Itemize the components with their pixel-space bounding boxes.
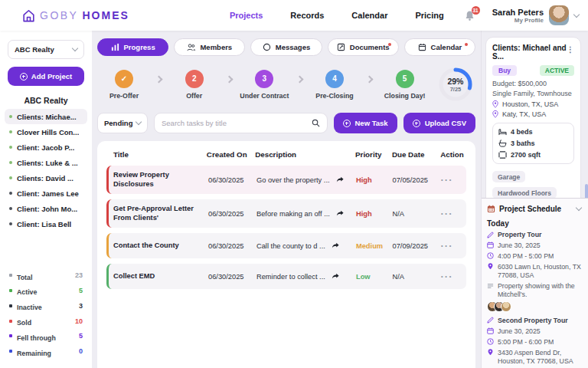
status-dot xyxy=(9,161,12,164)
nav-item[interactable]: Pricing xyxy=(415,11,443,20)
stat-row: Inactive 3 xyxy=(9,298,83,314)
sidebar-project-item[interactable]: Client: James Lee xyxy=(5,186,87,201)
stat-row: Sold 10 xyxy=(9,314,83,329)
project-stats: Total 23 Active 5 Inactive 3 Sol xyxy=(0,263,92,362)
task-description: Before making an off ... xyxy=(256,210,351,218)
event-date: June 30, 2025 xyxy=(487,327,581,336)
step-closing-day[interactable]: 5 Closing Day! xyxy=(380,70,430,100)
main-nav: Projects Records Calendar Pricing xyxy=(230,11,444,20)
chevron-right-icon xyxy=(296,75,303,83)
tab-messages[interactable]: Messages xyxy=(250,38,322,56)
schedule-header[interactable]: Project Schedule xyxy=(487,205,581,213)
tab-calendar[interactable]: Calendar xyxy=(404,38,475,56)
client-card: Clients: Michael and S... Buy ACTIVE Bud… xyxy=(485,37,581,206)
top-nav: GOBYHOMES Projects Records Calendar Pric… xyxy=(0,0,588,31)
forward-arrow-icon[interactable] xyxy=(332,242,339,249)
kebab-menu-icon[interactable] xyxy=(567,44,574,54)
sidebar-project-item[interactable]: Clover Hills Con... xyxy=(5,124,87,140)
col-description: Description xyxy=(255,150,351,159)
user-name: Sarah Peters xyxy=(492,8,544,17)
task-created-on: 06/30/2025 xyxy=(208,176,252,184)
progress-steps: ✓ Pre-Offer 2 Offer 3 Under Contract 4 P… xyxy=(99,66,474,103)
row-actions-icon[interactable] xyxy=(440,240,466,251)
task-due-date: N/A xyxy=(393,273,436,281)
step-marker: 5 xyxy=(396,70,414,88)
step-under-contract[interactable]: 3 Under Contract xyxy=(239,70,289,100)
task-created-on: 06/30/2025 xyxy=(208,210,252,218)
status-filter-select[interactable]: Pending xyxy=(97,113,148,133)
row-actions-icon[interactable] xyxy=(440,208,466,219)
sidebar-project-item[interactable]: Client: Jacob P... xyxy=(5,140,87,155)
user-subtitle: My Profile xyxy=(492,17,544,24)
forward-arrow-icon[interactable] xyxy=(336,176,344,183)
step-marker: ✓ xyxy=(115,70,133,88)
nav-item[interactable]: Records xyxy=(290,11,324,20)
stat-dot xyxy=(9,320,12,323)
baths-feature: 3 baths xyxy=(498,140,535,147)
schedule-event[interactable]: Property Tour June 30, 2025 4:00 PM - 5:… xyxy=(487,231,581,312)
stat-dot xyxy=(9,274,12,277)
step-marker: 4 xyxy=(325,70,344,88)
event-time: 4:00 PM - 5:00 PM xyxy=(487,252,581,261)
chevron-right-icon xyxy=(366,75,374,83)
status-dot xyxy=(9,115,12,118)
notifications-button[interactable]: 31 xyxy=(464,10,475,21)
new-task-button[interactable]: New Task xyxy=(334,113,397,133)
sqft-feature: 2700 sqft xyxy=(498,151,541,159)
step-marker: 2 xyxy=(185,70,204,88)
plus-icon xyxy=(343,120,351,127)
search-icon[interactable] xyxy=(312,119,320,127)
tab-documents[interactable]: Documents xyxy=(328,38,399,56)
client-location: Houston, TX, USA xyxy=(492,100,574,108)
sidebar-project-item[interactable]: Client: Lisa Bell xyxy=(5,216,87,232)
notification-badge: 31 xyxy=(472,6,480,15)
table-row[interactable]: Get Pre-Approval Letter From Clients' 06… xyxy=(106,199,466,228)
sidebar-project-item[interactable]: Clients: David ... xyxy=(5,170,87,186)
add-project-button[interactable]: Add Project xyxy=(8,67,84,86)
pencil-icon xyxy=(487,232,494,238)
col-priority: Priority xyxy=(355,150,387,159)
sidebar-project-item[interactable]: Clients: Michae... xyxy=(5,109,87,124)
left-sidebar: ABC Realty Add Project ABC Realty Client… xyxy=(0,31,92,368)
app-logo: GOBYHOMES xyxy=(21,8,129,23)
stat-row: Fell through 5 xyxy=(9,328,83,343)
stat-value: 23 xyxy=(75,271,83,279)
sidebar-project-item[interactable]: Client: John Mo... xyxy=(5,201,87,216)
clock-icon xyxy=(487,338,494,345)
user-menu[interactable]: Sarah Peters My Profile xyxy=(492,5,579,25)
stat-label: Inactive xyxy=(17,304,42,311)
status-dot xyxy=(9,207,12,210)
step-pre-closing[interactable]: 4 Pre-Closing xyxy=(309,70,360,100)
search-input[interactable] xyxy=(162,119,307,127)
right-sidebar: Clients: Michael and S... Buy ACTIVE Bud… xyxy=(481,31,588,368)
task-description: Reminder to collect ... xyxy=(256,273,351,281)
org-select[interactable]: ABC Realty xyxy=(8,40,84,59)
row-actions-icon[interactable] xyxy=(440,271,466,282)
stat-label: Total xyxy=(17,274,32,281)
org-select-value: ABC Realty xyxy=(15,45,54,54)
calendar-icon xyxy=(487,242,494,248)
bed-icon xyxy=(498,128,507,136)
table-row[interactable]: Review Property Disclosures 06/30/2025 G… xyxy=(106,166,466,194)
table-row[interactable]: Collect EMD 06/30/2025 Reminder to colle… xyxy=(106,264,466,289)
col-created-on: Created On xyxy=(207,150,250,159)
step-offer[interactable]: 2 Offer xyxy=(169,70,220,100)
row-actions-icon[interactable] xyxy=(440,174,466,186)
location-pin-icon xyxy=(492,100,498,108)
nav-item[interactable]: Projects xyxy=(230,11,263,20)
table-row[interactable]: Contact the County 06/30/2025 Call the c… xyxy=(106,233,466,258)
step-pre-offer[interactable]: ✓ Pre-Offer xyxy=(99,70,149,100)
forward-arrow-icon[interactable] xyxy=(332,273,339,280)
status-dot xyxy=(9,130,12,133)
nav-item[interactable]: Calendar xyxy=(351,11,387,20)
tab-members[interactable]: Members xyxy=(174,38,245,56)
forward-arrow-icon[interactable] xyxy=(336,210,344,217)
chevron-right-icon xyxy=(226,75,234,83)
upload-csv-button[interactable]: Upload CSV xyxy=(403,113,475,133)
user-avatar xyxy=(549,5,569,25)
type-badge: Buy xyxy=(492,65,517,76)
tab-progress[interactable]: Progress xyxy=(97,38,168,56)
schedule-event[interactable]: Second Property Tour June 30, 2025 5:00 … xyxy=(487,317,581,368)
sidebar-project-item[interactable]: Clients: Luke & ... xyxy=(5,155,87,170)
location-pin-icon xyxy=(487,349,494,356)
